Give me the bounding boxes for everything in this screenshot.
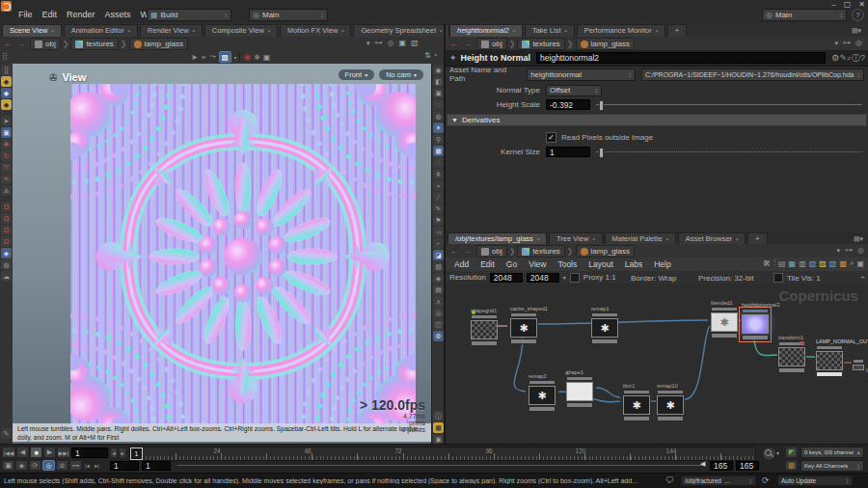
net-menu-help[interactable]: Help [649,258,675,270]
lock-icon[interactable]: ▣ [1,127,12,138]
tab-animation-editor[interactable]: Animation Editor▪ [64,24,138,37]
net-menu-labs[interactable]: Labs [620,258,647,270]
dopnet-icon[interactable]: ⊘ [56,460,68,471]
gem-icon[interactable]: ◈ [433,273,444,284]
pin-icon[interactable]: ⊶ [843,39,851,47]
range-slider-handle[interactable]: ◀ [700,460,705,468]
zoom-dropdown-icon[interactable]: ▾ [776,449,779,456]
derivatives-section-header[interactable]: ▼ Derivatives [447,114,867,126]
misc-tool-icon[interactable]: ✎ [1,428,12,439]
net-menu-view[interactable]: View [524,258,551,270]
res-dropdown-icon[interactable]: ▾ [563,274,566,281]
search-icon[interactable]: ⌕ [850,258,854,268]
normals-icon[interactable]: ⋔ [433,169,444,179]
info-icon[interactable]: ◔ [433,51,438,60]
view-tool-icon[interactable]: ▩ [219,51,231,63]
node-blended[interactable]: blended1 ✱ [710,307,739,339]
node-remap1[interactable]: remap1 ✱ [590,312,619,344]
crumb-obj[interactable]: obj [476,38,507,50]
image-blue2-icon[interactable]: ▧ [829,259,837,268]
crumb-lamp-glass[interactable]: lamp_glass [576,38,635,50]
recent-node-combo[interactable]: /obj/fractured_...↕ [681,475,756,486]
layout-icon[interactable]: ⣿ [1,65,12,75]
list-icon[interactable]: ▤ [778,259,786,268]
tab-scene-view[interactable]: Scene View▪ [2,24,62,37]
current-frame-field[interactable]: 1 [71,447,108,458]
crumb-textures[interactable]: textures [517,245,564,258]
crumb-textures[interactable]: textures [517,38,564,50]
image-blue-icon[interactable]: ▧ [809,259,817,268]
node-output-null[interactable]: lamp_n [852,359,865,371]
maximize-button[interactable]: ▢ [844,0,852,9]
dot-icon[interactable]: • [433,180,444,191]
info-icon[interactable]: ⓘ [852,52,860,65]
snapshot-icon[interactable]: ▣ [399,39,407,47]
axis-icon[interactable]: ⟁ [1,185,12,196]
asset-path-combo[interactable]: C:/PROGRA~1/SIDEEF~1/HOUDIN~1.276/houdin… [641,68,864,81]
brush-icon[interactable]: ◪ [433,250,444,260]
hierarchy-icon[interactable]: ⫶ [773,258,775,268]
path-dropdown-icon[interactable]: ▾ [835,40,839,47]
keyframe-options-icon[interactable]: ◩ [785,447,798,458]
scene-viewport[interactable]: ✇ View Front▾ No cam▾ [13,64,431,444]
net-menu-tools[interactable]: Tools [553,258,582,270]
audio-icon[interactable]: ◈ [15,460,28,471]
forward-icon[interactable]: → [463,40,473,48]
shelf-tool-icon[interactable]: ◆ [1,76,12,87]
tab-take-list[interactable]: Take List▪ [525,24,575,37]
translate-icon[interactable]: ✥ [1,139,12,149]
snap-icon[interactable]: ▪ [234,54,236,61]
path-dropdown-icon[interactable]: ▾ [837,247,841,255]
menu-assets[interactable]: Assets [100,9,136,20]
ghost-icon[interactable]: ◌ [433,99,444,110]
shelf-tool-icon[interactable]: ◆ [1,99,12,110]
tab-render-view[interactable]: Render View▪ [140,24,203,37]
snapshot-icon[interactable]: ▣ [856,259,864,268]
tab-performance-monitor[interactable]: Performance Monitor▪ [577,24,665,37]
tab-geometry-spreadsheet[interactable]: Geometry Spreadsheet▪ [353,24,449,37]
help-icon[interactable]: ? [852,9,864,21]
keyframe-color-icon[interactable]: ▨ [785,460,798,471]
snap-mode-icon[interactable]: ◈ [1,248,12,258]
playhead[interactable]: 1 [130,447,143,460]
desktop-combo[interactable]: ▦Build↕ [147,9,231,21]
menu-render[interactable]: Render [62,9,100,20]
film-icon[interactable]: ▤ [433,285,444,295]
range-start2-field[interactable]: 1 [142,461,171,471]
zoom-timeline-icon[interactable] [762,447,776,461]
snapshot-view-icon[interactable]: ▣ [263,53,271,62]
pane-menu-icon[interactable]: ▤▾ [853,233,864,244]
link-icon[interactable]: ◎ [857,246,864,255]
node-name-field[interactable]: heighttonormal2 [536,52,826,64]
image-yellow-icon[interactable]: ▨ [819,259,827,268]
node-shape1[interactable]: shape1 A [565,376,594,408]
inc-frame-button[interactable]: ▸ [119,447,126,458]
select-tool-icon[interactable]: ➤ [191,53,198,62]
new-tab-button[interactable]: + [667,24,687,37]
toolbar-drag-handle[interactable]: ⣿ [2,52,14,62]
close-button[interactable]: ✕ [858,0,865,9]
menu-edit[interactable]: Edit [38,9,63,20]
height-scale-field[interactable]: -0.392 [546,99,590,110]
grid-icon[interactable]: ▥ [799,259,806,268]
flag-icon[interactable]: ⚑ [433,215,444,226]
forward-icon[interactable]: → [16,40,26,48]
normal-map-preview[interactable] [70,84,416,429]
node-heighttonormal2-selected[interactable]: heighttonormal2 [741,309,770,340]
back-icon[interactable]: ← [449,40,459,48]
pose-icon[interactable]: ✳ [1,174,12,184]
tab-heighttonormal2[interactable]: heighttonormal2▪ [449,24,523,37]
node-cache-shaped[interactable]: cache_shaped1 ✱ [509,312,538,344]
go-end-button[interactable]: ▶▶| [57,447,70,458]
camera-icon[interactable]: ▧ [411,39,419,47]
range-end-field[interactable]: 165 [710,461,733,471]
ruler-icon[interactable]: ⌐ [433,238,444,249]
key-all-channels-combo[interactable]: Key All Channels↕ [800,460,864,472]
pane-menu-icon[interactable]: ▤▾ [851,25,862,36]
wrench-icon[interactable]: 🛠 [763,259,771,268]
sync-icon[interactable]: ⇅ [424,51,431,60]
points-icon[interactable]: ∴ [433,157,444,168]
lights-icon[interactable]: ☀ [433,122,444,133]
eye-icon[interactable]: ◉ [433,65,444,75]
gear-icon[interactable]: ⚙ [831,53,839,63]
